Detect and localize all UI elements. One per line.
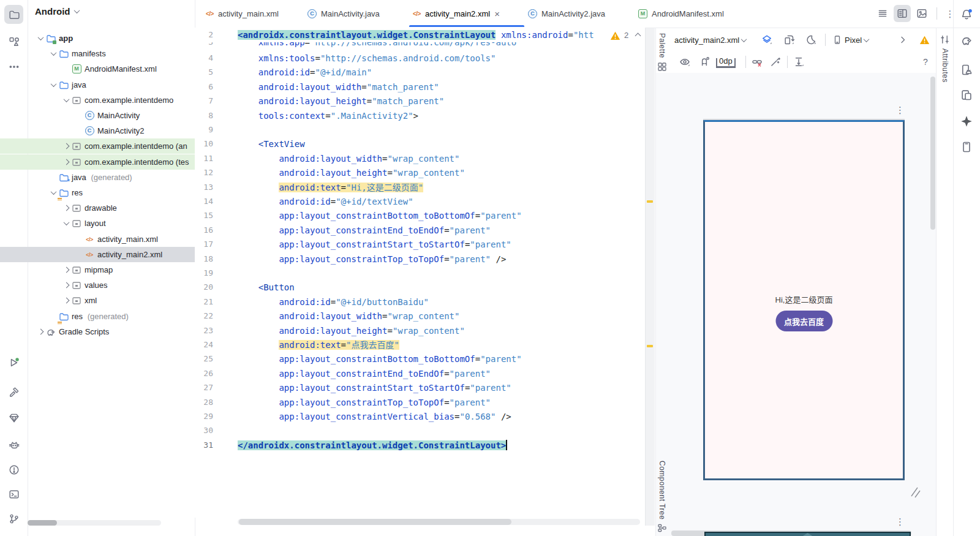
- code-line-27[interactable]: 27 app:layout_constraintStart_toStartOf=…: [195, 380, 645, 395]
- layout-preview-phone[interactable]: Hi,这是二级页面 点我去百度: [703, 120, 905, 480]
- design-file-selector[interactable]: activity_main2.xml: [674, 28, 746, 51]
- warning-stripe-mark[interactable]: [647, 345, 653, 347]
- code-line-4[interactable]: 4 xmlns:tools="http://schemas.android.co…: [195, 51, 645, 66]
- default-margin-selector[interactable]: 0dp: [717, 51, 734, 72]
- editor-hscrollbar-thumb[interactable]: [239, 519, 511, 525]
- pack-align-button[interactable]: [793, 51, 804, 72]
- tree-item-java[interactable]: java: [0, 77, 195, 92]
- chevron-down-icon[interactable]: [51, 81, 57, 87]
- toolbar-overflow-button[interactable]: [898, 28, 908, 51]
- code-line-28[interactable]: 28 app:layout_constraintTop_toTopOf="par…: [195, 395, 645, 410]
- blueprint-surface-top[interactable]: [704, 532, 911, 536]
- design-vscrollbar-thumb[interactable]: [930, 77, 935, 230]
- chevron-right-icon[interactable]: [64, 282, 70, 289]
- code-line-11[interactable]: 11 android:layout_width="wrap_content": [195, 151, 645, 166]
- code-line-14[interactable]: 14 android:id="@+id/textView": [195, 194, 645, 209]
- tree-item-app[interactable]: app: [0, 31, 195, 46]
- chevron-right-icon[interactable]: [38, 329, 44, 335]
- palette-tab[interactable]: Palette: [657, 33, 667, 72]
- tree-item-res[interactable]: res (generated): [0, 309, 195, 324]
- tree-item-com-example-intentdemo-tes[interactable]: com.example.intentdemo (tes: [0, 154, 195, 170]
- code-line-5[interactable]: 5 android:id="@+id/main": [195, 65, 645, 80]
- tab-mainactivity-java[interactable]: CMainActivity.java: [304, 0, 397, 27]
- tree-item-activity-main-xml[interactable]: </>activity_main.xml: [0, 232, 195, 247]
- warning-stripe-mark[interactable]: [647, 200, 653, 203]
- orientation-button[interactable]: [783, 28, 794, 51]
- device-manager-button[interactable]: [957, 60, 976, 79]
- code-line-25[interactable]: 25 app:layout_constraintBottom_toBottomO…: [195, 352, 645, 366]
- tree-item-drawable[interactable]: drawable: [0, 200, 195, 216]
- split-editor-button[interactable]: [894, 5, 911, 22]
- code-line-6[interactable]: 6 android:layout_width="match_parent": [195, 80, 645, 94]
- code-editor[interactable]: 2<androidx.constraintlayout.widget.Const…: [195, 28, 645, 518]
- chevron-down-icon[interactable]: [38, 34, 44, 40]
- code-line-10[interactable]: 10 <TextView: [195, 137, 645, 151]
- chevron-down-icon[interactable]: [64, 219, 70, 225]
- device-mirroring-button[interactable]: [957, 137, 976, 156]
- chevron-down-icon[interactable]: [64, 96, 70, 102]
- code-line-2[interactable]: 2<androidx.constraintlayout.widget.Const…: [195, 28, 645, 42]
- device-selector[interactable]: Pixel: [832, 28, 869, 51]
- preview-resize-handle[interactable]: [909, 486, 921, 499]
- code-line-22[interactable]: 22 android:layout_width="wrap_content": [195, 309, 645, 323]
- gradle-elephant-button[interactable]: [957, 31, 976, 50]
- tree-hscrollbar-thumb[interactable]: [28, 520, 57, 526]
- code-line-23[interactable]: 23 android:layout_height="wrap_content": [195, 323, 645, 338]
- inspection-widget[interactable]: 2: [606, 28, 645, 43]
- code-line-19[interactable]: 19: [195, 266, 645, 281]
- code-line-26[interactable]: 26 app:layout_constraintEnd_toEndOf="par…: [195, 366, 645, 381]
- design-surface-mode-button[interactable]: [761, 28, 772, 51]
- code-line-29[interactable]: 29 app:layout_constraintVertical_bias="0…: [195, 409, 645, 424]
- attributes-tab[interactable]: Attributes: [940, 34, 950, 83]
- tab-activity-main2-xml[interactable]: </>activity_main2.xml×: [409, 0, 524, 27]
- code-line-9[interactable]: 9: [195, 123, 645, 137]
- chevron-right-icon[interactable]: [64, 159, 70, 165]
- notifications-bell-button[interactable]: [957, 5, 976, 24]
- editor-error-stripe[interactable]: [645, 28, 655, 526]
- tab-mainactivity2-java[interactable]: CMainActivity2.java: [524, 0, 621, 27]
- code-line-7[interactable]: 7 android:layout_height="match_parent": [195, 94, 645, 108]
- chevron-right-icon[interactable]: [64, 298, 70, 304]
- list-menu-button[interactable]: [874, 5, 891, 22]
- tree-item-values[interactable]: values: [0, 277, 195, 293]
- autoconnect-button[interactable]: [699, 51, 710, 72]
- preview-textview[interactable]: Hi,这是二级页面: [705, 293, 903, 305]
- tree-item-gradle-scripts[interactable]: Gradle Scripts: [0, 324, 195, 339]
- code-line-17[interactable]: 17 app:layout_constraintStart_toStartOf=…: [195, 237, 645, 252]
- running-devices-button[interactable]: [957, 85, 976, 104]
- chevron-right-icon[interactable]: [64, 205, 70, 211]
- tree-item-com-example-intentdemo[interactable]: com.example.intentdemo: [0, 92, 195, 108]
- clear-constraints-button[interactable]: [752, 51, 763, 72]
- night-mode-button[interactable]: [805, 28, 816, 51]
- code-line-15[interactable]: 15 app:layout_constraintBottom_toBottomO…: [195, 208, 645, 223]
- code-line-8[interactable]: 8 tools:context=".MainActivity2">: [195, 108, 645, 123]
- code-line-20[interactable]: 20 <Button: [195, 280, 645, 295]
- chevron-down-icon[interactable]: [51, 50, 57, 56]
- tab-androidmanifest-xml[interactable]: MAndroidManifest.xml: [635, 0, 740, 27]
- blueprint-overflow-menu-icon[interactable]: ⋮: [895, 517, 905, 526]
- close-tab-icon[interactable]: ×: [494, 9, 500, 18]
- preview-image-button[interactable]: [913, 5, 930, 22]
- tree-item-mainactivity2[interactable]: CMainActivity2: [0, 123, 195, 138]
- tree-item-xml[interactable]: xml: [0, 293, 195, 308]
- component-tree-tab[interactable]: Component Tree: [657, 461, 667, 533]
- tree-item-mainactivity[interactable]: CMainActivity: [0, 108, 195, 123]
- design-help-button[interactable]: ?: [923, 51, 928, 72]
- chevron-right-icon[interactable]: [64, 143, 70, 149]
- design-warnings-button[interactable]: [919, 28, 930, 51]
- tree-item-mipmap[interactable]: mipmap: [0, 262, 195, 277]
- tree-item-activity-main2-xml[interactable]: </>activity_main2.xml: [0, 247, 195, 262]
- tree-item-manifests[interactable]: manifests: [0, 46, 195, 61]
- infer-constraints-button[interactable]: [770, 51, 781, 72]
- code-line-30[interactable]: 30: [195, 423, 645, 438]
- prev-warning-icon[interactable]: [635, 32, 641, 39]
- view-options-button[interactable]: [679, 51, 690, 72]
- preview-button[interactable]: 点我去百度: [775, 311, 832, 331]
- chevron-right-icon[interactable]: [64, 267, 70, 273]
- tree-item-com-example-intentdemo-an[interactable]: com.example.intentdemo (an: [0, 138, 195, 154]
- tab-activity-main-xml[interactable]: </>activity_main.xml: [202, 0, 294, 27]
- code-line-12[interactable]: 12 android:layout_height="wrap_content": [195, 165, 645, 180]
- code-line-31[interactable]: 31</androidx.constraintlayout.widget.Con…: [195, 438, 645, 453]
- tree-item-layout[interactable]: layout: [0, 216, 195, 231]
- chevron-down-icon[interactable]: [51, 189, 57, 195]
